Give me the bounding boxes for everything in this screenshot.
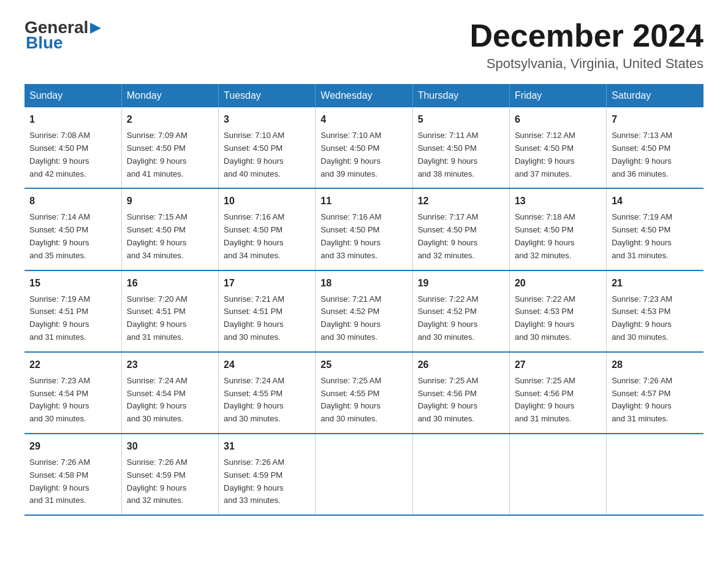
calendar-cell bbox=[509, 434, 606, 515]
day-info: Sunrise: 7:19 AMSunset: 4:50 PMDaylight:… bbox=[612, 211, 699, 262]
header-thursday: Thursday bbox=[412, 84, 509, 107]
day-number: 17 bbox=[224, 276, 310, 291]
day-info: Sunrise: 7:13 AMSunset: 4:50 PMDaylight:… bbox=[612, 129, 699, 180]
day-info: Sunrise: 7:21 AMSunset: 4:51 PMDaylight:… bbox=[224, 293, 310, 344]
day-info: Sunrise: 7:10 AMSunset: 4:50 PMDaylight:… bbox=[320, 129, 407, 180]
day-info: Sunrise: 7:10 AMSunset: 4:50 PMDaylight:… bbox=[224, 129, 310, 180]
day-info: Sunrise: 7:23 AMSunset: 4:53 PMDaylight:… bbox=[612, 293, 699, 344]
day-number: 14 bbox=[612, 194, 699, 209]
calendar-table: SundayMondayTuesdayWednesdayThursdayFrid… bbox=[25, 84, 703, 516]
day-info: Sunrise: 7:21 AMSunset: 4:52 PMDaylight:… bbox=[320, 293, 407, 344]
day-number: 13 bbox=[515, 194, 601, 209]
calendar-cell: 23Sunrise: 7:24 AMSunset: 4:54 PMDayligh… bbox=[121, 352, 218, 434]
day-info: Sunrise: 7:25 AMSunset: 4:56 PMDaylight:… bbox=[418, 375, 504, 426]
day-number: 16 bbox=[127, 276, 213, 291]
day-number: 19 bbox=[418, 276, 504, 291]
calendar-cell: 30Sunrise: 7:26 AMSunset: 4:59 PMDayligh… bbox=[121, 434, 218, 515]
day-info: Sunrise: 7:18 AMSunset: 4:50 PMDaylight:… bbox=[515, 211, 601, 262]
day-info: Sunrise: 7:12 AMSunset: 4:50 PMDaylight:… bbox=[515, 129, 601, 180]
calendar-week-row: 1Sunrise: 7:08 AMSunset: 4:50 PMDaylight… bbox=[25, 107, 703, 188]
day-number: 20 bbox=[515, 276, 601, 291]
day-info: Sunrise: 7:25 AMSunset: 4:56 PMDaylight:… bbox=[515, 375, 601, 426]
calendar-cell: 25Sunrise: 7:25 AMSunset: 4:55 PMDayligh… bbox=[316, 352, 412, 434]
day-number: 8 bbox=[29, 194, 116, 209]
calendar-cell: 4Sunrise: 7:10 AMSunset: 4:50 PMDaylight… bbox=[316, 107, 412, 188]
calendar-cell: 18Sunrise: 7:21 AMSunset: 4:52 PMDayligh… bbox=[316, 270, 412, 352]
header-saturday: Saturday bbox=[607, 84, 703, 107]
calendar-cell: 17Sunrise: 7:21 AMSunset: 4:51 PMDayligh… bbox=[219, 270, 316, 352]
location: Spotsylvania, Virginia, United States bbox=[469, 56, 703, 72]
day-info: Sunrise: 7:26 AMSunset: 4:57 PMDaylight:… bbox=[612, 375, 699, 426]
day-number: 24 bbox=[224, 358, 310, 372]
day-info: Sunrise: 7:24 AMSunset: 4:55 PMDaylight:… bbox=[224, 375, 310, 426]
day-number: 27 bbox=[515, 358, 601, 372]
day-number: 10 bbox=[224, 194, 310, 209]
day-info: Sunrise: 7:16 AMSunset: 4:50 PMDaylight:… bbox=[320, 211, 407, 262]
day-info: Sunrise: 7:22 AMSunset: 4:52 PMDaylight:… bbox=[418, 293, 504, 344]
calendar-week-row: 8Sunrise: 7:14 AMSunset: 4:50 PMDaylight… bbox=[25, 188, 703, 270]
day-number: 15 bbox=[29, 276, 116, 291]
calendar-cell: 31Sunrise: 7:26 AMSunset: 4:59 PMDayligh… bbox=[219, 434, 316, 515]
day-number: 2 bbox=[127, 112, 213, 127]
calendar-cell: 20Sunrise: 7:22 AMSunset: 4:53 PMDayligh… bbox=[509, 270, 606, 352]
day-info: Sunrise: 7:26 AMSunset: 4:59 PMDaylight:… bbox=[127, 456, 213, 507]
day-number: 5 bbox=[418, 112, 504, 127]
calendar-cell: 19Sunrise: 7:22 AMSunset: 4:52 PMDayligh… bbox=[412, 270, 509, 352]
day-number: 28 bbox=[612, 358, 699, 372]
calendar-cell bbox=[412, 434, 509, 515]
calendar-cell: 28Sunrise: 7:26 AMSunset: 4:57 PMDayligh… bbox=[607, 352, 703, 434]
day-number: 3 bbox=[224, 112, 310, 127]
month-title: December 2024 bbox=[469, 18, 703, 53]
day-number: 29 bbox=[29, 439, 116, 454]
logo: General Blue bbox=[25, 18, 101, 52]
day-number: 1 bbox=[29, 112, 116, 127]
calendar-cell: 16Sunrise: 7:20 AMSunset: 4:51 PMDayligh… bbox=[121, 270, 218, 352]
header-monday: Monday bbox=[121, 84, 218, 107]
header-friday: Friday bbox=[509, 84, 606, 107]
calendar-week-row: 22Sunrise: 7:23 AMSunset: 4:54 PMDayligh… bbox=[25, 352, 703, 434]
day-number: 6 bbox=[515, 112, 601, 127]
day-info: Sunrise: 7:19 AMSunset: 4:51 PMDaylight:… bbox=[29, 293, 116, 344]
day-info: Sunrise: 7:14 AMSunset: 4:50 PMDaylight:… bbox=[29, 211, 116, 262]
day-info: Sunrise: 7:22 AMSunset: 4:53 PMDaylight:… bbox=[515, 293, 601, 344]
calendar-cell: 5Sunrise: 7:11 AMSunset: 4:50 PMDaylight… bbox=[412, 107, 509, 188]
day-number: 22 bbox=[29, 358, 116, 372]
calendar-cell: 1Sunrise: 7:08 AMSunset: 4:50 PMDaylight… bbox=[25, 107, 121, 188]
calendar-cell: 24Sunrise: 7:24 AMSunset: 4:55 PMDayligh… bbox=[219, 352, 316, 434]
calendar-cell: 2Sunrise: 7:09 AMSunset: 4:50 PMDaylight… bbox=[121, 107, 218, 188]
day-number: 12 bbox=[418, 194, 504, 209]
calendar-cell: 15Sunrise: 7:19 AMSunset: 4:51 PMDayligh… bbox=[25, 270, 121, 352]
calendar-cell: 26Sunrise: 7:25 AMSunset: 4:56 PMDayligh… bbox=[412, 352, 509, 434]
calendar-cell: 11Sunrise: 7:16 AMSunset: 4:50 PMDayligh… bbox=[316, 188, 412, 270]
calendar-cell: 10Sunrise: 7:16 AMSunset: 4:50 PMDayligh… bbox=[219, 188, 316, 270]
day-number: 7 bbox=[612, 112, 699, 127]
day-info: Sunrise: 7:26 AMSunset: 4:59 PMDaylight:… bbox=[224, 456, 310, 507]
day-info: Sunrise: 7:26 AMSunset: 4:58 PMDaylight:… bbox=[29, 456, 116, 507]
calendar-header-row: SundayMondayTuesdayWednesdayThursdayFrid… bbox=[25, 84, 703, 107]
day-info: Sunrise: 7:16 AMSunset: 4:50 PMDaylight:… bbox=[224, 211, 310, 262]
day-info: Sunrise: 7:15 AMSunset: 4:50 PMDaylight:… bbox=[127, 211, 213, 262]
day-info: Sunrise: 7:17 AMSunset: 4:50 PMDaylight:… bbox=[418, 211, 504, 262]
calendar-cell: 13Sunrise: 7:18 AMSunset: 4:50 PMDayligh… bbox=[509, 188, 606, 270]
calendar-cell: 8Sunrise: 7:14 AMSunset: 4:50 PMDaylight… bbox=[25, 188, 121, 270]
calendar-cell bbox=[607, 434, 703, 515]
header-wednesday: Wednesday bbox=[316, 84, 412, 107]
day-number: 25 bbox=[320, 358, 407, 372]
svg-marker-0 bbox=[90, 23, 101, 34]
day-number: 9 bbox=[127, 194, 213, 209]
day-number: 11 bbox=[320, 194, 407, 209]
calendar-cell: 21Sunrise: 7:23 AMSunset: 4:53 PMDayligh… bbox=[607, 270, 703, 352]
calendar-week-row: 29Sunrise: 7:26 AMSunset: 4:58 PMDayligh… bbox=[25, 434, 703, 515]
day-info: Sunrise: 7:20 AMSunset: 4:51 PMDaylight:… bbox=[127, 293, 213, 344]
day-number: 26 bbox=[418, 358, 504, 372]
calendar-cell: 9Sunrise: 7:15 AMSunset: 4:50 PMDaylight… bbox=[121, 188, 218, 270]
calendar-cell: 29Sunrise: 7:26 AMSunset: 4:58 PMDayligh… bbox=[25, 434, 121, 515]
logo-blue: Blue bbox=[26, 34, 101, 52]
title-section: December 2024 Spotsylvania, Virginia, Un… bbox=[469, 18, 703, 72]
calendar-week-row: 15Sunrise: 7:19 AMSunset: 4:51 PMDayligh… bbox=[25, 270, 703, 352]
day-info: Sunrise: 7:08 AMSunset: 4:50 PMDaylight:… bbox=[29, 129, 116, 180]
page-header: General Blue December 2024 Spotsylvania,… bbox=[25, 18, 703, 72]
day-number: 23 bbox=[127, 358, 213, 372]
calendar-cell: 27Sunrise: 7:25 AMSunset: 4:56 PMDayligh… bbox=[509, 352, 606, 434]
calendar-cell: 14Sunrise: 7:19 AMSunset: 4:50 PMDayligh… bbox=[607, 188, 703, 270]
